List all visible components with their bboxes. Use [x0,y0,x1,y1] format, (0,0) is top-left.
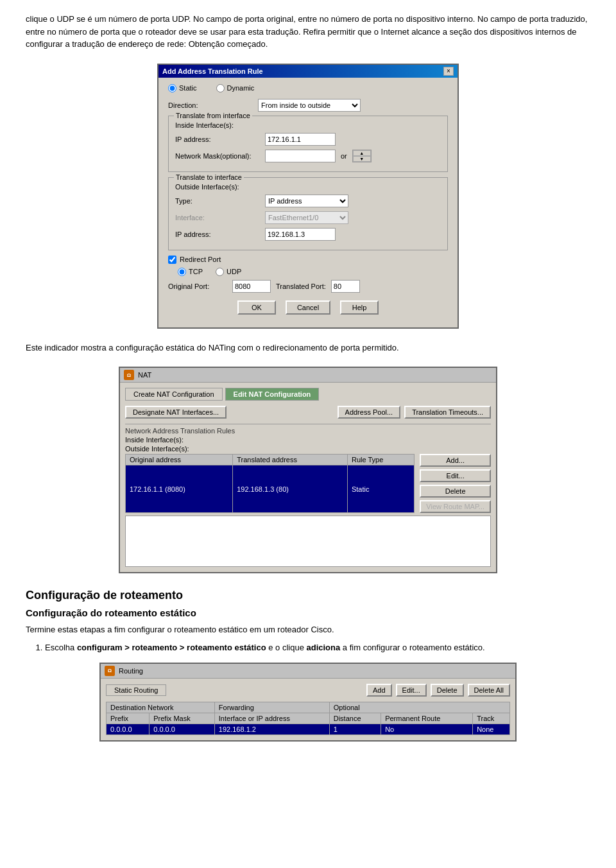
routing-col-prefix-mask: Prefix Mask [150,713,215,724]
nat-edit-button[interactable]: Edit... [420,469,491,482]
nat-view-route-button[interactable]: View Route MAP... [420,500,491,513]
static-radio[interactable] [168,84,176,92]
or-label: or [341,152,347,160]
translate-to-group: Translate to interface Outside Interface… [168,177,448,250]
routing-col-prefix: Prefix [107,713,150,724]
nat-col-original: Original address [126,455,233,465]
ip-address2-label: IP address: [175,230,265,238]
redirect-port-row: Redirect Port [168,256,448,264]
routing-body: Static Routing Add Edit... Delete Delete… [101,679,515,740]
inside-interfaces-label: Inside Interface(s): [175,121,265,129]
routing-delete-button[interactable]: Delete [431,684,464,697]
nat-add-button[interactable]: Add... [420,454,491,467]
translation-timeouts-button[interactable]: Translation Timeouts... [404,406,491,419]
direction-row: Direction: From inside to outside [168,99,448,112]
routing-edit-button[interactable]: Edit... [396,684,427,697]
table-row[interactable]: 0.0.0.0 0.0.0.0 192.168.1.2 1 No None [107,724,510,734]
ip-address2-input[interactable] [265,228,336,241]
routing-cell-prefix: 0.0.0.0 [107,724,150,734]
routing-panel: Ω Routing Static Routing Add Edit... Del… [99,663,517,742]
spinner-down[interactable]: ▼ [353,156,371,162]
network-mask-label: Network Mask(optional): [175,152,265,160]
list-item: Escolha configuram > roteamento > roteam… [45,643,590,652]
dialog-button-row: OK Cancel Help [168,300,448,321]
ip-address-label: IP address: [175,135,265,143]
routing-cell-mask: 0.0.0.0 [150,724,215,734]
redirect-port-label: Redirect Port [180,256,221,263]
nat-col-translated: Translated address [233,455,348,465]
inside-interface-label: Inside Interface(s): [125,436,491,444]
routing-cell-permanent: No [381,724,473,734]
outside-interfaces-row: Outside Interface(s): [175,183,441,191]
tcp-radio[interactable] [178,268,186,276]
nat-action-buttons: Add... Edit... Delete View Route MAP... [420,454,491,513]
nat-cell-translated: 192.168.1.3 (80) [233,465,348,513]
dialog-title: Add Address Translation Rule [162,67,263,75]
dialog-close-button[interactable]: × [443,67,454,76]
step1-text2: e o clique [266,643,307,652]
nat-delete-button[interactable]: Delete [420,485,491,498]
tcp-label: TCP [189,268,203,275]
translate-to-label: Translate to interface [174,173,244,181]
routing-cell-distance: 1 [329,724,381,734]
nat-top-button-row: Designate NAT Interfaces... Address Pool… [125,406,491,419]
ip-address-input[interactable]: 172.16.1.1 [265,133,336,146]
interface-label: Interface: [175,214,265,221]
mask-spinner[interactable]: ▲ ▼ [352,150,372,162]
address-pool-button[interactable]: Address Pool... [338,406,401,419]
designate-nat-button[interactable]: Designate NAT Interfaces... [125,406,227,419]
help-button[interactable]: Help [340,300,379,315]
tab-static-routing[interactable]: Static Routing [106,684,166,696]
spinner-up[interactable]: ▲ [353,150,371,156]
udp-radio[interactable] [216,268,224,276]
ok-button[interactable]: OK [237,300,276,315]
nat-translation-table: Original address Translated address Rule… [125,454,415,513]
interface-select[interactable]: FastEthernet1/0 [265,211,348,224]
type-row: Type: IP address [175,195,441,207]
translate-from-group: Translate from interface Inside Interfac… [168,116,448,172]
redirect-port-checkbox[interactable] [168,256,176,264]
nat-empty-area [125,516,491,567]
type-label: Type: [175,197,265,205]
routing-add-button[interactable]: Add [366,684,392,697]
type-select[interactable]: IP address [265,195,348,207]
routing-title: Routing [119,667,143,675]
routing-cell-track: None [473,724,510,734]
nat-title: NAT [138,371,151,379]
translated-port-input[interactable] [331,280,360,293]
outside-interfaces-label: Outside Interface(s): [175,183,265,191]
nat-body: Create NAT Configuration Edit NAT Config… [120,383,496,572]
direction-label: Direction: [168,101,258,109]
routing-delete-all-button[interactable]: Delete All [468,684,510,697]
network-mask-row: Network Mask(optional): or ▲ ▼ [175,150,441,162]
routing-col-forward: Forwarding [214,702,329,713]
table-row[interactable]: 172.16.1.1 (8080) 192.168.1.3 (80) Stati… [126,465,415,513]
outside-interface-label: Outside Interface(s): [125,445,491,453]
udp-label: UDP [227,268,241,275]
cancel-button[interactable]: Cancel [286,300,330,315]
routing-col-track: Track [473,713,510,724]
dynamic-radio[interactable] [216,84,225,92]
nat-icon: Ω [124,370,134,380]
routing-titlebar: Ω Routing [101,664,515,679]
network-mask-input[interactable] [265,150,336,162]
tab-edit-nat[interactable]: Edit NAT Configuration [225,388,320,401]
caption1: Este indicador mostra a configuração est… [26,342,590,354]
routing-cell-interface: 192.168.1.2 [214,724,329,734]
nat-panel: Ω NAT Create NAT Configuration Edit NAT … [119,367,497,573]
nat-titlebar: Ω NAT [120,368,496,383]
ip-address-row: IP address: 172.16.1.1 [175,133,441,146]
step1-text1: Escolha [45,643,77,652]
original-port-label: Original Port: [168,282,232,290]
direction-select[interactable]: From inside to outside [258,99,361,112]
routing-col-permanent: Permanent Route [381,713,473,724]
nat-table-container: Original address Translated address Rule… [125,454,491,513]
tab-create-nat[interactable]: Create NAT Configuration [125,388,223,401]
original-port-input[interactable] [232,280,271,293]
routing-icon: Ω [105,666,115,676]
routing-col-interface: Interface or IP address [214,713,329,724]
static-dynamic-radio-group: Static Dynamic [168,84,448,92]
nat-section-label: Network Address Translation Rules [125,424,491,435]
intro-text: clique o UDP se é um número de porta UDP… [26,13,590,51]
tcp-udp-row: TCP UDP [178,268,448,276]
